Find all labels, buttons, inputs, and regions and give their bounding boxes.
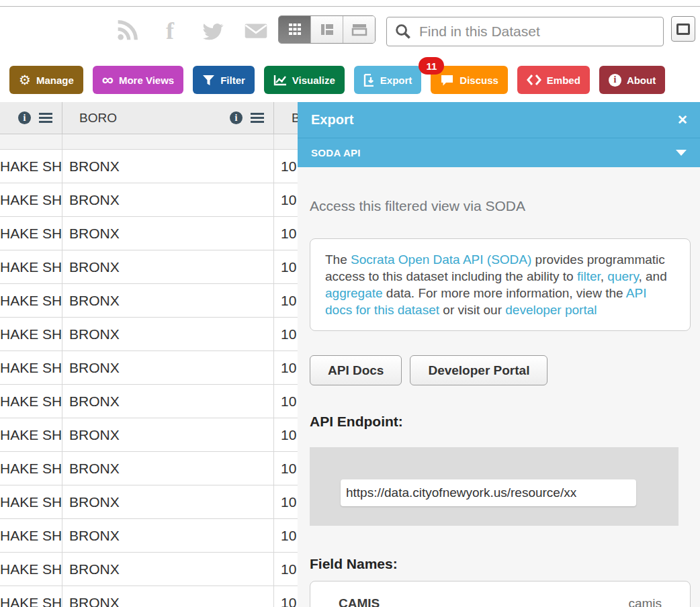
export-button[interactable]: Export bbox=[354, 66, 422, 94]
soda-intro-text: Access this filtered view via SODA bbox=[310, 198, 691, 214]
cell-dba[interactable]: SHAKE SH bbox=[0, 284, 62, 317]
view-toggle-group bbox=[278, 15, 376, 44]
column-info-icon[interactable]: i bbox=[18, 111, 31, 124]
grid-view-button[interactable] bbox=[279, 16, 311, 43]
cell-boro[interactable]: BRONX bbox=[62, 586, 274, 607]
column-header-boro[interactable]: BORO i bbox=[62, 102, 274, 134]
cell-dba[interactable]: SHAKE SH bbox=[0, 553, 62, 586]
card-view-button[interactable] bbox=[311, 16, 343, 43]
manage-button[interactable]: ⚙ Manage bbox=[9, 66, 83, 94]
field-api-name: camis bbox=[628, 596, 662, 607]
cell-boro[interactable]: BRONX bbox=[62, 519, 274, 552]
embed-button[interactable]: Embed bbox=[517, 66, 590, 94]
column-header-dba[interactable]: i bbox=[0, 102, 62, 134]
field-display-name: CAMIS bbox=[339, 596, 380, 607]
cell-boro[interactable]: BRONX bbox=[62, 485, 274, 518]
soda-description: The Socrata Open Data API (SODA) provide… bbox=[310, 238, 691, 331]
cell-dba[interactable]: SHAKE SH bbox=[0, 519, 62, 552]
email-icon[interactable] bbox=[243, 18, 269, 44]
column-info-icon[interactable]: i bbox=[230, 111, 243, 124]
cell-boro[interactable]: BRONX bbox=[62, 150, 274, 183]
page-view-button[interactable] bbox=[343, 16, 375, 43]
cell-boro[interactable]: BRONX bbox=[62, 385, 274, 418]
close-icon[interactable]: ✕ bbox=[677, 113, 688, 126]
social-share-bar: f bbox=[114, 16, 269, 46]
inline-link[interactable]: developer portal bbox=[505, 303, 597, 317]
inline-link[interactable]: aggregate bbox=[325, 286, 383, 300]
cell-dba[interactable]: SHAKE SH bbox=[0, 217, 62, 250]
chevron-down-icon bbox=[676, 150, 687, 156]
developer-portal-button[interactable]: Developer Portal bbox=[410, 355, 548, 385]
inline-link[interactable]: Socrata Open Data API (SODA) bbox=[351, 252, 531, 267]
cell-boro[interactable]: BRONX bbox=[62, 318, 274, 351]
cell-dba[interactable]: SHAKE SH bbox=[0, 385, 62, 418]
export-icon bbox=[363, 74, 375, 87]
cell-dba[interactable]: SHAKE SH bbox=[0, 318, 62, 351]
inline-link[interactable]: filter bbox=[577, 269, 601, 283]
about-button[interactable]: i About bbox=[599, 66, 665, 94]
cell-dba[interactable]: SHAKE SH bbox=[0, 250, 62, 283]
visualize-button[interactable]: Visualize bbox=[264, 66, 345, 94]
cell-boro[interactable]: BRONX bbox=[62, 217, 274, 250]
field-row: CAMIS camis bbox=[339, 596, 662, 607]
search-input[interactable] bbox=[418, 23, 663, 40]
cell-dba[interactable]: SHAKE SH bbox=[0, 485, 62, 518]
cell-boro[interactable]: BRONX bbox=[62, 183, 274, 216]
funnel-icon bbox=[202, 75, 215, 86]
cell-boro[interactable]: BRONX bbox=[62, 284, 274, 317]
fullscreen-icon bbox=[676, 24, 690, 35]
cell-dba[interactable]: SHAKE SH bbox=[0, 452, 62, 485]
cell-boro[interactable]: BRONX bbox=[62, 553, 274, 586]
cell-boro[interactable]: BRONX bbox=[62, 452, 274, 485]
column-menu-icon[interactable] bbox=[39, 113, 52, 123]
api-endpoint-input[interactable] bbox=[341, 479, 636, 506]
cell-boro[interactable]: BRONX bbox=[62, 418, 274, 451]
search-icon bbox=[395, 24, 411, 40]
api-endpoint-label: API Endpoint: bbox=[310, 414, 691, 430]
cell-dba[interactable]: SHAKE SH bbox=[0, 351, 62, 384]
dataset-search bbox=[386, 17, 664, 46]
facebook-icon[interactable]: f bbox=[157, 18, 183, 44]
cell-dba[interactable]: SHAKE SH bbox=[0, 586, 62, 607]
code-brackets-icon bbox=[527, 74, 541, 86]
soda-api-section-header[interactable]: SODA API bbox=[298, 138, 700, 167]
views-icon: ∞ bbox=[102, 72, 114, 88]
api-docs-button[interactable]: API Docs bbox=[310, 355, 402, 385]
more-views-button[interactable]: ∞ More Views bbox=[93, 66, 183, 94]
fullscreen-button[interactable] bbox=[671, 16, 695, 42]
field-names-box: CAMIS camis bbox=[310, 581, 691, 607]
soda-api-section-body: Access this filtered view via SODA The S… bbox=[298, 198, 700, 607]
info-icon: i bbox=[609, 74, 621, 87]
gear-icon: ⚙ bbox=[19, 73, 31, 87]
field-names-label: Field Names: bbox=[310, 556, 691, 572]
panel-title: Export bbox=[311, 112, 353, 128]
cell-dba[interactable]: SHAKE SH bbox=[0, 150, 62, 183]
twitter-icon[interactable] bbox=[200, 18, 226, 44]
inline-link[interactable]: query bbox=[607, 269, 638, 283]
api-endpoint-box bbox=[310, 447, 679, 526]
filter-button[interactable]: Filter bbox=[193, 66, 255, 94]
cell-boro[interactable]: BRONX bbox=[62, 250, 274, 283]
column-menu-icon[interactable] bbox=[251, 113, 264, 123]
export-panel: Export ✕ SODA API Access this filtered v… bbox=[298, 102, 700, 607]
dataset-page: f ⚙ Manage ∞ More Vie bbox=[0, 0, 700, 607]
cell-dba[interactable]: SHAKE SH bbox=[0, 418, 62, 451]
discuss-count-badge: 11 bbox=[419, 57, 444, 75]
discuss-button[interactable]: 11 Discuss bbox=[431, 66, 508, 94]
export-panel-header: Export ✕ bbox=[298, 102, 700, 138]
dataset-toolbar: ⚙ Manage ∞ More Views Filter Visualize E… bbox=[9, 66, 665, 94]
cell-boro[interactable]: BRONX bbox=[62, 351, 274, 384]
cell-dba[interactable]: SHAKE SH bbox=[0, 183, 62, 216]
speech-bubble-icon bbox=[440, 74, 454, 87]
chart-icon bbox=[273, 75, 287, 86]
top-divider bbox=[0, 6, 700, 7]
rss-icon[interactable] bbox=[114, 18, 140, 44]
